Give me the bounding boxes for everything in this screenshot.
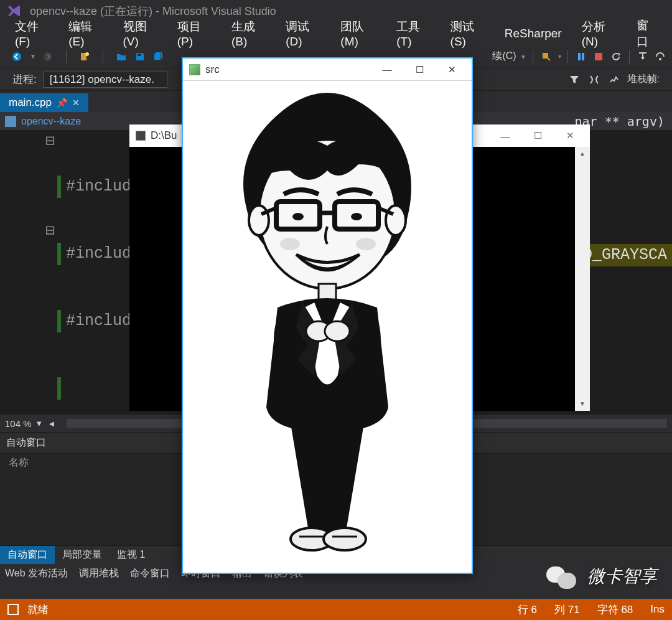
save-all-icon[interactable] (152, 50, 166, 63)
close-icon[interactable]: ✕ (438, 61, 465, 78)
file-tab-label: main.cpp (9, 96, 52, 109)
scroll-up-icon[interactable]: ▲ (575, 147, 590, 161)
open-icon[interactable] (114, 50, 128, 63)
status-char: 字符 68 (597, 603, 633, 617)
tab-callstack[interactable]: 调用堆栈 (79, 567, 119, 580)
toolbar-separator (533, 50, 533, 63)
svg-point-3 (85, 52, 89, 56)
status-col: 列 71 (554, 603, 580, 617)
svg-rect-8 (595, 53, 602, 60)
menu-analyze[interactable]: 分析(N) (573, 16, 625, 51)
nav-forward-icon (41, 50, 55, 63)
restart-icon[interactable] (609, 50, 623, 63)
minimize-icon[interactable]: — (373, 61, 401, 78)
dropdown-icon[interactable]: ▼ (30, 53, 36, 60)
dropdown-icon[interactable]: ▾ (37, 418, 42, 429)
status-icon (7, 604, 19, 615)
stackframe-label: 堆栈帧: (627, 73, 660, 86)
menu-view[interactable]: 视图(V) (114, 16, 166, 51)
project-icon (5, 116, 16, 127)
menu-team[interactable]: 团队(M) (332, 16, 385, 51)
svg-point-26 (324, 528, 366, 550)
tab-locals[interactable]: 局部变量 (55, 546, 110, 564)
filter-icon[interactable] (567, 73, 581, 87)
toolbar-separator (567, 50, 568, 63)
toolbar-separator (66, 50, 67, 63)
save-icon[interactable] (133, 50, 147, 63)
src-title-text: src (205, 63, 220, 76)
svg-point-12 (386, 205, 406, 235)
toolbar-separator (103, 50, 103, 63)
stop-icon[interactable] (592, 50, 605, 63)
dropdown-icon[interactable]: ▾ (558, 53, 561, 60)
console-scrollbar[interactable]: ▲ ▼ (575, 147, 590, 411)
svg-point-21 (356, 238, 376, 250)
svg-point-18 (292, 213, 304, 220)
watermark-text: 微卡智享 (587, 565, 657, 588)
svg-rect-5 (543, 53, 548, 59)
editor-gutter: ⊟ ⊟ (0, 131, 57, 415)
svg-point-0 (12, 52, 21, 61)
wechat-watermark: 微卡智享 (546, 563, 657, 590)
maximize-icon[interactable]: ☐ (406, 61, 433, 78)
tab-command[interactable]: 命令窗口 (130, 567, 170, 580)
menu-debug[interactable]: 调试(D) (277, 16, 329, 51)
status-ready: 就绪 (27, 603, 49, 617)
zoom-level[interactable]: 104 % (5, 418, 32, 429)
svg-point-11 (249, 205, 269, 235)
menu-tools[interactable]: 工具(T) (388, 16, 439, 51)
pin-icon[interactable]: 📌 (57, 98, 67, 108)
new-icon[interactable] (78, 50, 91, 63)
console-icon (136, 131, 146, 141)
continue-button[interactable]: 续(C) ▼ (492, 50, 526, 63)
process-combo[interactable]: [11612] opencv--kaze. (43, 72, 167, 88)
menu-window[interactable]: 窗口 (628, 15, 666, 52)
chart-icon[interactable] (607, 73, 621, 87)
image-window-icon (189, 64, 200, 75)
maximize-icon[interactable]: ☐ (524, 127, 551, 144)
svg-rect-6 (578, 53, 581, 60)
svg-point-1 (44, 52, 52, 61)
tab-auto-window[interactable]: 自动窗口 (0, 546, 55, 564)
process-label: 进程: (12, 72, 37, 87)
menu-project[interactable]: 项目(P) (169, 16, 220, 51)
scroll-down-icon[interactable]: ▼ (575, 397, 590, 411)
menu-build[interactable]: 生成(B) (223, 16, 274, 51)
menu-edit[interactable]: 编辑(E) (60, 16, 111, 51)
svg-rect-7 (582, 53, 584, 60)
close-icon[interactable]: ✕ (72, 98, 80, 108)
pause-icon[interactable] (574, 50, 588, 63)
src-image-content (183, 81, 472, 573)
scroll-left-icon[interactable]: ◀ (47, 419, 57, 428)
close-icon[interactable]: ✕ (556, 127, 584, 144)
project-name[interactable]: opencv--kaze (21, 116, 81, 127)
menu-resharper[interactable]: ReSharper (496, 24, 571, 43)
toolbar-separator (629, 50, 630, 63)
src-image-window[interactable]: src — ☐ ✕ (182, 57, 473, 574)
file-tab-main[interactable]: main.cpp 📌 ✕ (0, 93, 88, 112)
nav-back-icon[interactable] (10, 50, 24, 63)
tab-watch1[interactable]: 监视 1 (110, 546, 152, 564)
svg-rect-22 (319, 284, 336, 300)
minimize-icon[interactable]: — (492, 127, 519, 144)
menubar: 文件(F) 编辑(E) 视图(V) 项目(P) 生成(B) 调试(D) 团队(M… (0, 22, 672, 45)
find-icon[interactable] (539, 50, 553, 63)
wechat-icon (546, 563, 580, 590)
console-title-text: D:\Bu (151, 129, 177, 142)
menu-file[interactable]: 文件(F) (6, 16, 57, 51)
menu-test[interactable]: 测试(S) (442, 16, 493, 51)
status-ins: Ins (650, 603, 665, 616)
svg-point-20 (280, 238, 300, 250)
svg-point-9 (659, 58, 661, 60)
threads-icon[interactable] (587, 73, 601, 87)
svg-point-24 (325, 321, 350, 341)
svg-rect-4 (138, 54, 141, 56)
svg-point-19 (351, 213, 362, 220)
status-line: 行 6 (518, 603, 537, 617)
step-into-icon[interactable] (636, 50, 650, 63)
cartoon-avatar (197, 83, 458, 569)
status-bar: 就绪 行 6 列 71 字符 68 Ins (0, 599, 672, 620)
tab-web-publish[interactable]: Web 发布活动 (5, 567, 68, 580)
step-over-icon[interactable] (653, 50, 667, 63)
src-titlebar[interactable]: src — ☐ ✕ (183, 59, 472, 81)
